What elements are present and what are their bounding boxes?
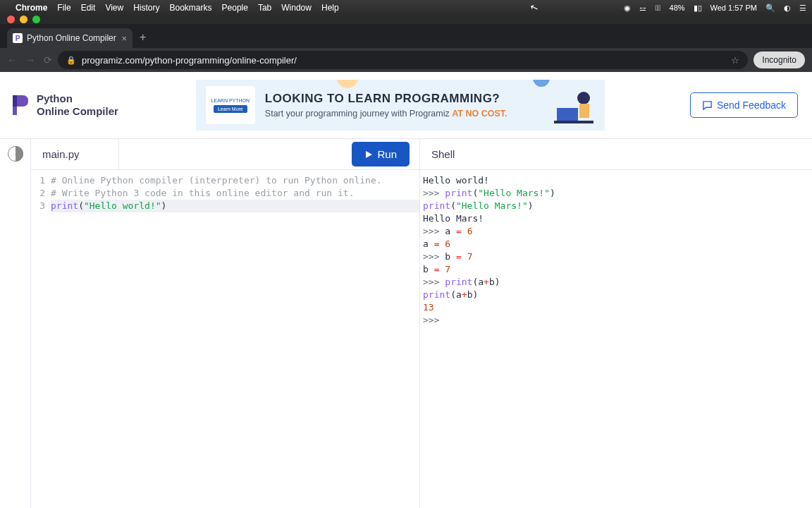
battery-icon[interactable]: ▮▯ — [694, 4, 702, 13]
site-logo[interactable]: Python Online Compiler — [10, 92, 118, 118]
new-tab-button[interactable]: + — [140, 31, 146, 44]
menubar-history[interactable]: History — [133, 3, 159, 13]
shell-pane: Shell Hello world! >>> print("Hello Mars… — [420, 139, 812, 508]
shell-tab[interactable]: Shell — [431, 148, 455, 160]
logo-text-line1: Python — [37, 92, 118, 105]
tab-title: Python Online Compiler (Interp — [27, 33, 117, 43]
bluetooth-icon[interactable]: ⚍ — [639, 4, 646, 13]
window-close-button[interactable] — [7, 16, 15, 23]
window-maximize-button[interactable] — [32, 16, 40, 23]
banner-brand: LEARN PYTHON — [211, 98, 250, 103]
banner-card: LEARN PYTHON Learn More — [206, 86, 255, 124]
clock[interactable]: Wed 1:57 PM — [710, 4, 757, 12]
code-editor[interactable]: 1 2 3 # Online Python compiler (interpre… — [31, 170, 419, 508]
menubar-edit[interactable]: Edit — [81, 3, 96, 13]
menubar-app[interactable]: Chrome — [16, 3, 47, 13]
svg-point-1 — [577, 92, 590, 104]
menubar-view[interactable]: View — [105, 3, 123, 13]
mac-menubar: Chrome File Edit View History Bookmarks … — [0, 0, 812, 16]
play-icon — [364, 150, 373, 159]
left-rail — [0, 139, 31, 508]
url-text: programiz.com/python-programming/online-… — [82, 55, 725, 66]
page-header: Python Online Compiler LEARN PYTHON Lear… — [0, 72, 812, 138]
screencast-icon[interactable]: ◉ — [624, 4, 631, 13]
menubar-bookmarks[interactable]: Bookmarks — [170, 3, 212, 13]
logo-icon — [10, 94, 30, 116]
bookmark-star-icon[interactable]: ☆ — [731, 55, 739, 66]
back-button[interactable]: ← — [7, 54, 17, 66]
wifi-icon[interactable]: ◉᷀ — [655, 4, 660, 12]
lock-icon: 🔒 — [66, 56, 76, 65]
menubar-tab[interactable]: Tab — [258, 3, 271, 13]
promo-banner[interactable]: LEARN PYTHON Learn More LOOKING TO LEARN… — [196, 80, 605, 131]
editor-pane: main.py Run 1 2 3 # Online Python compil… — [31, 139, 420, 508]
reload-button[interactable]: ⟳ — [44, 54, 52, 66]
shell-output[interactable]: Hello world! >>> print("Hello Mars!") pr… — [420, 170, 812, 508]
siri-icon[interactable]: ◐ — [784, 4, 791, 13]
window-minimize-button[interactable] — [20, 16, 27, 23]
banner-title: LOOKING TO LEARN PROGRAMMING? — [265, 92, 543, 106]
workspace: main.py Run 1 2 3 # Online Python compil… — [0, 138, 812, 508]
browser-tab[interactable]: P Python Online Compiler (Interp × — [7, 28, 133, 48]
logo-text-line2: Online Compiler — [37, 105, 118, 118]
tab-favicon: P — [13, 33, 23, 43]
tab-strip: P Python Online Compiler (Interp × + — [0, 24, 812, 48]
run-button[interactable]: Run — [352, 142, 410, 167]
svg-rect-2 — [579, 104, 589, 118]
battery-percent: 48% — [670, 4, 685, 12]
menubar-people[interactable]: People — [222, 3, 248, 13]
svg-rect-3 — [554, 121, 593, 123]
incognito-badge[interactable]: Incognito — [753, 52, 805, 68]
chat-icon — [702, 100, 713, 111]
window-titlebar — [0, 16, 812, 24]
toolbar: ← → ⟳ 🔒 programiz.com/python-programming… — [0, 48, 812, 72]
control-center-icon[interactable]: ☰ — [799, 4, 806, 13]
svg-rect-0 — [557, 108, 578, 122]
menubar-file[interactable]: File — [57, 3, 70, 13]
editor-filename-tab[interactable]: main.py — [42, 139, 119, 169]
line-gutter: 1 2 3 — [31, 174, 51, 508]
spotlight-icon[interactable]: 🔍 — [765, 4, 775, 13]
forward-button[interactable]: → — [25, 54, 35, 66]
banner-learn-button: Learn More — [214, 105, 247, 113]
banner-subtitle: Start your programming journey with Prog… — [265, 109, 543, 119]
address-bar[interactable]: 🔒 programiz.com/python-programming/onlin… — [58, 51, 748, 69]
page-content: Python Online Compiler LEARN PYTHON Lear… — [0, 72, 812, 508]
menubar-window[interactable]: Window — [281, 3, 312, 13]
tab-close-icon[interactable]: × — [121, 33, 127, 44]
send-feedback-button[interactable]: Send Feedback — [690, 92, 798, 118]
menubar-help[interactable]: Help — [321, 3, 339, 13]
theme-toggle-icon[interactable] — [8, 146, 23, 162]
banner-illustration — [553, 84, 595, 126]
